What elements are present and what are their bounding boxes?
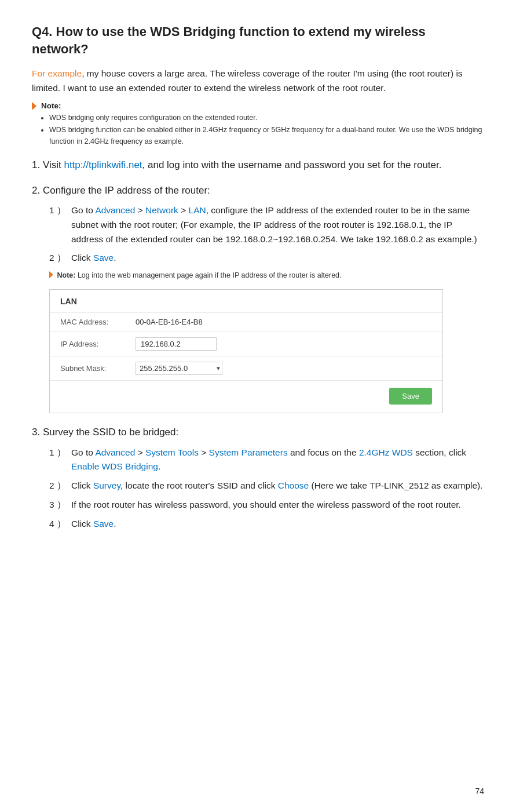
step3-block: 1 ） Go to Advanced > System Tools > Syst… <box>49 446 484 531</box>
ip-label: IP Address: <box>60 340 136 348</box>
mac-label: MAC Address: <box>60 318 136 326</box>
page-title: Q4. How to use the WDS Bridging function… <box>32 23 484 57</box>
step3-sub2-num: 2 ） <box>49 479 68 493</box>
step1-heading: 1. Visit http://tplinkwifi.net, and log … <box>32 158 484 173</box>
note-item-2: WDS bridging function can be enabled eit… <box>49 125 484 147</box>
lan-ip-row: IP Address: <box>50 332 442 356</box>
advanced-link-2[interactable]: Advanced <box>95 447 135 457</box>
note-block: Note: WDS bridging only requires configu… <box>32 101 484 147</box>
lan-save-button[interactable]: Save <box>389 388 432 405</box>
subnet-label: Subnet Mask: <box>60 364 136 373</box>
example-label: For example <box>32 68 82 78</box>
system-tools-link[interactable]: System Tools <box>145 447 199 457</box>
wds-label: 2.4GHz WDS <box>359 447 413 457</box>
choose-link[interactable]: Choose <box>278 480 309 490</box>
subnet-select[interactable]: 255.255.255.0 255.255.0.0 255.0.0.0 <box>136 362 222 375</box>
ip-input[interactable] <box>136 337 217 351</box>
enable-wds-link[interactable]: Enable WDS Bridging <box>71 461 158 471</box>
network-link[interactable]: Network <box>145 205 178 215</box>
lan-panel-title: LAN <box>50 290 442 312</box>
step3-sub4-content: Click Save. <box>71 517 484 531</box>
save-link-1[interactable]: Save <box>93 253 114 263</box>
system-params-link[interactable]: System Parameters <box>209 447 288 457</box>
subnet-select-wrap: 255.255.255.0 255.255.0.0 255.0.0.0 ▼ <box>136 362 221 375</box>
lan-link[interactable]: LAN <box>189 205 206 215</box>
step2-note-inline: Note: Log into the web management page a… <box>49 270 484 281</box>
save-link-2[interactable]: Save <box>93 519 114 529</box>
step2-heading: 2. Configure the IP address of the route… <box>32 183 484 198</box>
step3-sub3: 3 ） If the root router has wireless pass… <box>49 498 484 512</box>
step3-heading: 3. Survey the SSID to be bridged: <box>32 425 484 440</box>
note-item-1: WDS bridging only requires configuration… <box>49 112 484 123</box>
lan-panel: LAN MAC Address: 00-0A-EB-16-E4-B8 IP Ad… <box>49 289 443 413</box>
step3-sub1: 1 ） Go to Advanced > System Tools > Syst… <box>49 446 484 475</box>
step2-sub1-num: 1 ） <box>49 203 68 246</box>
step2-block: 1 ） Go to Advanced > Network > LAN, conf… <box>49 203 484 413</box>
survey-link[interactable]: Survey <box>93 480 120 490</box>
step3-sub1-num: 1 ） <box>49 446 68 475</box>
note-flag-sm-icon <box>49 271 53 278</box>
step2-sub1: 1 ） Go to Advanced > Network > LAN, conf… <box>49 203 484 246</box>
step3-sub3-content: If the root router has wireless password… <box>71 498 484 512</box>
note-title: Note: <box>32 101 484 110</box>
note-inline-bold: Note: <box>57 271 75 279</box>
lan-save-row: Save <box>50 381 442 413</box>
step2-sub2: 2 ） Click Save. <box>49 251 484 265</box>
step3-sub2-content: Click Survey, locate the root router's S… <box>71 479 484 493</box>
step3-sub4-num: 4 ） <box>49 517 68 531</box>
lan-mac-row: MAC Address: 00-0A-EB-16-E4-B8 <box>50 312 442 332</box>
page-number: 74 <box>475 786 484 796</box>
step1-link[interactable]: http://tplinkwifi.net <box>64 159 142 170</box>
step2-sub1-content: Go to Advanced > Network > LAN, configur… <box>71 203 484 246</box>
step3-sub2: 2 ） Click Survey, locate the root router… <box>49 479 484 493</box>
step3-sub1-content: Go to Advanced > System Tools > System P… <box>71 446 484 475</box>
step3-sub3-num: 3 ） <box>49 498 68 512</box>
step2-sub2-num: 2 ） <box>49 251 68 265</box>
step3-sub4: 4 ） Click Save. <box>49 517 484 531</box>
note-list: WDS bridging only requires configuration… <box>32 112 484 147</box>
lan-subnet-row: Subnet Mask: 255.255.255.0 255.255.0.0 2… <box>50 356 442 381</box>
intro-paragraph: For example, my house covers a large are… <box>32 67 484 96</box>
note-inline-text: Log into the web management page again i… <box>75 271 341 279</box>
note-flag-icon <box>32 102 36 110</box>
mac-value: 00-0A-EB-16-E4-B8 <box>136 318 203 326</box>
intro-text: , my house covers a large area. The wire… <box>32 68 463 93</box>
advanced-link-1[interactable]: Advanced <box>95 205 135 215</box>
step2-sub2-content: Click Save. <box>71 251 484 265</box>
